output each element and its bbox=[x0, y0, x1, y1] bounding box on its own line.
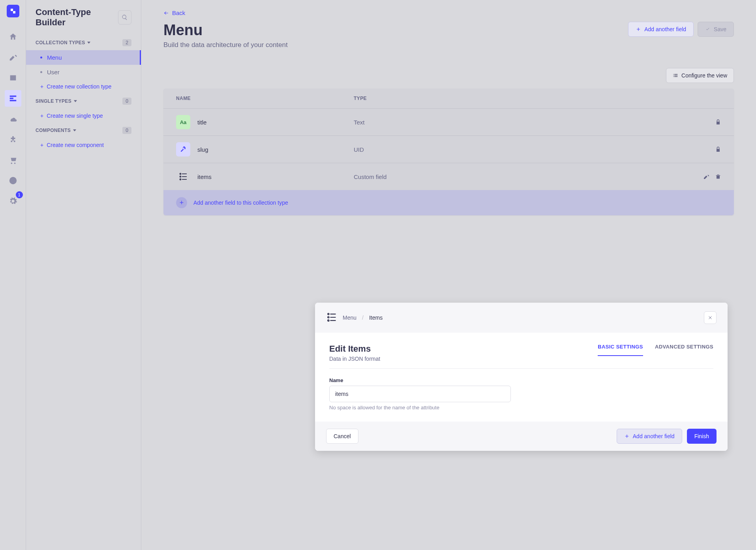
chevron-down-icon bbox=[74, 100, 77, 103]
lock-icon bbox=[715, 146, 721, 153]
settings-badge: 1 bbox=[16, 191, 23, 198]
edit-icon[interactable] bbox=[703, 173, 709, 180]
name-input[interactable] bbox=[329, 386, 511, 402]
modal-add-field-button[interactable]: Add another field bbox=[617, 429, 682, 444]
svg-point-11 bbox=[328, 320, 329, 321]
single-types-header[interactable]: SINGLE TYPES 0 bbox=[26, 94, 141, 109]
page-title: Menu bbox=[163, 22, 288, 39]
col-header-type: TYPE bbox=[354, 96, 690, 101]
text-field-icon: Aa bbox=[176, 115, 190, 129]
back-link[interactable]: Back bbox=[163, 9, 185, 16]
svg-point-7 bbox=[328, 313, 329, 315]
modal-close-button[interactable] bbox=[704, 311, 717, 324]
plus-icon bbox=[624, 433, 630, 439]
tab-advanced-settings[interactable]: ADVANCED SETTINGS bbox=[655, 344, 713, 356]
chevron-down-icon bbox=[87, 41, 90, 44]
modal-breadcrumb: Menu / Items bbox=[326, 312, 383, 324]
nav-plugin-icon[interactable] bbox=[5, 131, 21, 148]
plus-icon bbox=[636, 26, 641, 32]
arrow-left-icon bbox=[163, 10, 169, 16]
sidebar-item-menu[interactable]: Menu bbox=[26, 50, 141, 65]
edit-field-modal: Menu / Items Edit Items Data in JSON for… bbox=[315, 303, 728, 451]
name-label: Name bbox=[329, 377, 511, 383]
search-button[interactable] bbox=[118, 10, 131, 24]
table-row: items Custom field bbox=[163, 163, 734, 190]
add-field-row[interactable]: + Add another field to this collection t… bbox=[163, 190, 734, 215]
create-collection-link[interactable]: +Create new collection type bbox=[26, 79, 141, 94]
main-content: Back Menu Build the data architecture of… bbox=[141, 0, 756, 550]
components-header[interactable]: COMPONENTS 0 bbox=[26, 123, 141, 138]
add-field-button[interactable]: Add another field bbox=[628, 22, 694, 37]
nav-write-icon[interactable] bbox=[5, 49, 21, 66]
svg-point-5 bbox=[180, 179, 181, 180]
nav-builder-icon[interactable] bbox=[5, 90, 21, 107]
custom-field-icon bbox=[326, 312, 337, 324]
tab-basic-settings[interactable]: BASIC SETTINGS bbox=[598, 344, 643, 356]
save-button[interactable]: Save bbox=[698, 22, 734, 37]
search-icon bbox=[122, 14, 128, 21]
svg-point-3 bbox=[180, 176, 181, 177]
configure-view-button[interactable]: Configure the view bbox=[666, 68, 734, 83]
nav-media-icon[interactable] bbox=[5, 70, 21, 86]
close-icon bbox=[708, 315, 713, 320]
col-header-name: NAME bbox=[176, 96, 354, 101]
modal-title: Edit Items bbox=[329, 344, 380, 354]
finish-button[interactable]: Finish bbox=[687, 429, 717, 444]
nav-info-icon[interactable] bbox=[5, 172, 21, 189]
sidebar-item-user[interactable]: User bbox=[26, 65, 141, 79]
lock-icon bbox=[715, 119, 721, 125]
create-single-link[interactable]: +Create new single type bbox=[26, 109, 141, 123]
table-row: Aa title Text bbox=[163, 108, 734, 136]
plus-circle-icon: + bbox=[176, 197, 187, 208]
table-row: slug UID bbox=[163, 136, 734, 163]
delete-icon[interactable] bbox=[715, 173, 721, 180]
svg-point-9 bbox=[328, 316, 329, 318]
list-icon bbox=[673, 73, 678, 78]
name-hint: No space is allowed for the name of the … bbox=[329, 405, 511, 411]
modal-subtitle: Data in JSON format bbox=[329, 356, 380, 362]
chevron-down-icon bbox=[73, 129, 76, 132]
icon-nav: 1 bbox=[0, 0, 26, 550]
create-component-link[interactable]: +Create new component bbox=[26, 138, 141, 152]
fields-table: NAME TYPE Aa title Text slug UID items bbox=[163, 89, 734, 215]
cancel-button[interactable]: Cancel bbox=[326, 429, 358, 444]
svg-point-0 bbox=[9, 177, 16, 184]
nav-settings-icon[interactable]: 1 bbox=[5, 193, 21, 209]
nav-cloud-icon[interactable] bbox=[5, 111, 21, 127]
nav-content-icon[interactable] bbox=[5, 28, 21, 45]
sidebar-title: Content-Type Builder bbox=[36, 7, 118, 28]
check-icon bbox=[705, 26, 711, 32]
svg-point-1 bbox=[180, 173, 181, 175]
nav-market-icon[interactable] bbox=[5, 152, 21, 168]
collection-types-header[interactable]: COLLECTION TYPES 2 bbox=[26, 35, 141, 50]
uid-field-icon bbox=[176, 142, 190, 156]
page-subtitle: Build the data architecture of your cont… bbox=[163, 41, 288, 49]
sidebar: Content-Type Builder COLLECTION TYPES 2 … bbox=[26, 0, 141, 550]
app-logo[interactable] bbox=[7, 5, 19, 17]
custom-field-icon bbox=[176, 170, 190, 184]
